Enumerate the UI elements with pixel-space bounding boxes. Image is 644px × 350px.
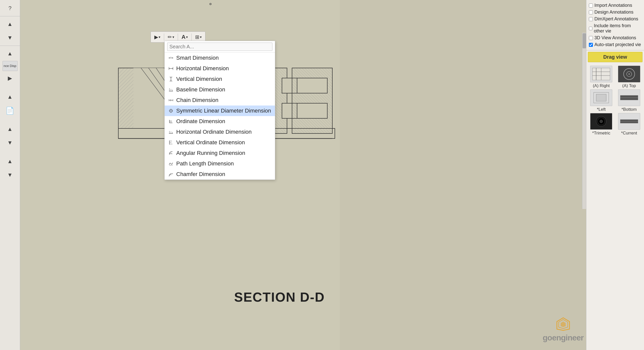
logo-go: go: [543, 333, 552, 342]
svg-point-68: [628, 73, 630, 75]
dropdown-icon[interactable]: ▼: [4, 31, 16, 44]
svg-rect-70: [596, 94, 606, 101]
design-annotations-checkbox[interactable]: [589, 10, 593, 14]
text-icon: A: [182, 34, 186, 40]
checkbox-import-annotations[interactable]: Import Annotations: [589, 2, 641, 9]
collapse-up-4-icon[interactable]: ▲: [4, 123, 16, 135]
logo-engineer: engineer: [552, 333, 584, 342]
svg-line-58: [169, 174, 170, 176]
checkbox-include-items[interactable]: Include items from other vie: [589, 22, 641, 34]
dimxpert-label: DimXpert Annotations: [594, 16, 638, 22]
top-view-image: [618, 66, 640, 82]
cursor: [209, 3, 211, 5]
menu-item-angular-running[interactable]: Angular Running Dimension: [165, 148, 275, 158]
current-view-image: [618, 113, 640, 130]
sketch-tool-button[interactable]: ✏ ▾: [166, 33, 176, 41]
view-thumb-left[interactable]: *Left: [588, 89, 615, 112]
path-length-icon: [168, 161, 174, 166]
expand-down-2-icon[interactable]: ▼: [4, 169, 16, 181]
view-thumb-right[interactable]: (A) Right: [588, 66, 615, 88]
menu-item-horizontal-dimension[interactable]: Horizontal Dimension: [165, 63, 275, 74]
vertical-scrollbar[interactable]: [582, 33, 586, 209]
trimetric-view-image: [590, 113, 612, 130]
top-view-label: (A) Top: [622, 83, 636, 88]
help-icon[interactable]: ?: [4, 2, 16, 15]
view-thumb-bottom[interactable]: *Bottom: [616, 89, 643, 112]
checkbox-dimxpert-annotations[interactable]: DimXpert Annotations: [589, 16, 641, 22]
include-items-checkbox[interactable]: [589, 26, 592, 30]
logo-area: goengineer: [543, 317, 584, 342]
checkbox-auto-start[interactable]: Auto-start projected vie: [589, 41, 641, 48]
3d-view-checkbox[interactable]: [589, 36, 593, 40]
svg-text:↕: ↕: [170, 56, 171, 58]
menu-item-chamfer-dimension[interactable]: Chamfer Dimension: [165, 169, 275, 180]
vertical-ordinate-icon: [168, 140, 174, 145]
goEngineer-logo-icon: [556, 317, 571, 332]
chamfer-dimension-icon: [168, 171, 174, 177]
select-dropdown-arrow: ▾: [159, 35, 160, 39]
scrollbar-thumb[interactable]: [583, 33, 586, 48]
menu-item-chain-dimension[interactable]: Chain Dimension: [165, 95, 275, 106]
svg-marker-19: [169, 57, 170, 59]
ordinate-dimension-icon: [168, 119, 174, 124]
sidebar-section-1: ▲ ▼: [0, 16, 20, 44]
baseline-dimension-icon: [168, 87, 174, 92]
right-view-image: [590, 66, 612, 82]
select-tool-button[interactable]: ▶ ▾: [153, 33, 162, 41]
svg-marker-20: [172, 57, 173, 59]
dimension-dropdown-menu: ↕ Smart Dimension Horizontal Dimension V…: [164, 41, 275, 180]
page-icon[interactable]: 📄: [4, 104, 16, 117]
chain-dimension-icon: [168, 97, 174, 103]
menu-item-ordinate-dimension[interactable]: Ordinate Dimension: [165, 116, 275, 127]
trimetric-view-label: *Trimetric: [592, 131, 610, 136]
view-thumb-current[interactable]: *Current: [616, 113, 643, 136]
toolbar-sep-2: [178, 33, 178, 41]
nav-icon-1[interactable]: nce Disp: [3, 61, 18, 71]
horizontal-ordinate-icon: [168, 129, 174, 135]
sidebar-section-2: ▲ nce Disp ▶ ▲ 📄 ▲ ▼ ▲ ▼: [0, 46, 20, 181]
menu-item-symmetric-linear[interactable]: Symmetric Linear Diameter Dimension: [165, 106, 275, 116]
collapse-up-icon[interactable]: ▲: [4, 18, 16, 30]
import-annotations-checkbox[interactable]: [589, 4, 593, 8]
auto-start-checkbox[interactable]: [589, 43, 593, 47]
left-view-image: [590, 89, 612, 106]
toolbar-sep-3: [191, 33, 192, 41]
3d-view-label: 3D View Annotations: [594, 35, 636, 41]
checkbox-3d-view[interactable]: 3D View Annotations: [589, 34, 641, 41]
collapse-up-5-icon[interactable]: ▲: [4, 155, 16, 168]
collapse-up-2-icon[interactable]: ▲: [4, 47, 16, 60]
view-thumb-trimetric[interactable]: *Trimetric: [588, 113, 615, 136]
table-tool-button[interactable]: ⊞ ▾: [194, 33, 203, 41]
right-panel: Import Annotations Design Annotations Di…: [586, 0, 644, 350]
include-items-label: Include items from other vie: [594, 23, 641, 34]
bottom-view-label: *Bottom: [622, 107, 637, 112]
collapse-up-3-icon[interactable]: ▲: [4, 91, 16, 103]
menu-item-baseline-dimension[interactable]: Baseline Dimension: [165, 84, 275, 95]
menu-item-horizontal-ordinate[interactable]: Horizontal Ordinate Dimension: [165, 127, 275, 137]
table-icon: ⊞: [195, 34, 199, 40]
drag-view-button[interactable]: Drag view: [588, 52, 642, 62]
table-dropdown-arrow: ▾: [200, 35, 202, 39]
svg-rect-12: [297, 78, 327, 93]
symmetric-linear-icon: [168, 108, 174, 114]
checkbox-design-annotations[interactable]: Design Annotations: [589, 9, 641, 16]
arrow-right-icon[interactable]: ▶: [4, 72, 16, 85]
angular-running-icon: [168, 150, 174, 156]
expand-down-icon[interactable]: ▼: [4, 136, 16, 149]
toolbar-sep-1: [164, 33, 164, 41]
text-dropdown-arrow: ▾: [186, 35, 188, 39]
dimxpert-checkbox[interactable]: [589, 17, 593, 21]
smart-dimension-icon: ↕: [168, 55, 174, 61]
search-input[interactable]: [167, 43, 272, 51]
left-sidebar: ? ▲ ▼ ▲ nce Disp ▶ ▲ 📄 ▲ ▼ ▲ ▼: [0, 0, 20, 350]
text-tool-button[interactable]: A ▾: [180, 33, 189, 41]
design-annotations-label: Design Annotations: [594, 10, 633, 15]
menu-item-vertical-ordinate[interactable]: Vertical Ordinate Dimension: [165, 137, 275, 148]
section-label: SECTION D-D: [234, 290, 325, 305]
view-thumb-top[interactable]: (A) Top: [616, 66, 643, 88]
sketch-icon: ✏: [168, 34, 172, 40]
right-view-label: (A) Right: [593, 83, 610, 88]
menu-item-smart-dimension[interactable]: ↕ Smart Dimension: [165, 53, 275, 63]
menu-item-path-length[interactable]: Path Length Dimension: [165, 158, 275, 169]
menu-item-vertical-dimension[interactable]: Vertical Dimension: [165, 74, 275, 84]
